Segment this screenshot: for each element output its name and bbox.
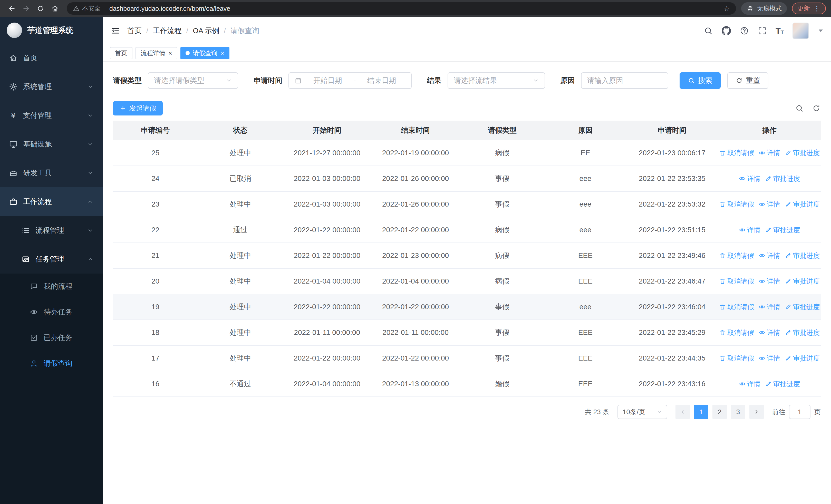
- breadcrumb-item[interactable]: 首页: [127, 26, 142, 36]
- detail-link[interactable]: 详情: [758, 200, 780, 209]
- sidebar-item-label: 已办任务: [44, 333, 93, 343]
- edit-icon: [765, 381, 772, 387]
- leave-type-select[interactable]: 请选择请假类型: [148, 72, 238, 89]
- browser-refresh-button[interactable]: [34, 2, 47, 15]
- tab-process-detail[interactable]: 流程详情 ×: [136, 47, 177, 59]
- font-size-icon[interactable]: TT: [776, 27, 784, 35]
- bookmark-star-icon[interactable]: ☆: [723, 4, 730, 13]
- cell-operations: 取消请假 详情: [718, 140, 821, 166]
- sidebar-item-task-management[interactable]: 任务管理: [0, 245, 103, 273]
- browser-forward-button[interactable]: [20, 2, 33, 15]
- page-size-select[interactable]: 10条/页: [618, 405, 667, 419]
- result-select[interactable]: 请选择流结果: [448, 72, 545, 89]
- approval-progress-link[interactable]: 审批进度: [765, 174, 800, 183]
- cell-reason: EE: [545, 140, 626, 166]
- detail-link[interactable]: 详情: [739, 174, 761, 183]
- sidebar-item-done-tasks[interactable]: 已办任务: [0, 325, 103, 351]
- tab-leave-query[interactable]: 请假查询 ×: [180, 47, 229, 59]
- sidebar-item-leave-query[interactable]: 请假查询: [0, 351, 103, 376]
- cancel-leave-link[interactable]: 取消请假: [719, 251, 754, 260]
- page-button-2[interactable]: 2: [712, 405, 727, 419]
- cell-end-time: 2022-01-19 00:00:00: [371, 140, 460, 166]
- search-button-label: 搜索: [698, 76, 712, 85]
- approval-progress-link[interactable]: 审批进度: [785, 200, 820, 209]
- security-chip[interactable]: 不安全: [73, 4, 101, 12]
- search-toggle-icon[interactable]: [795, 104, 804, 113]
- search-icon[interactable]: [704, 26, 713, 35]
- cancel-leave-link[interactable]: 取消请假: [719, 148, 754, 157]
- sidebar-item-system[interactable]: 系统管理: [0, 72, 103, 101]
- date-range-picker[interactable]: 开始日期 - 结束日期: [288, 72, 412, 89]
- cancel-leave-link[interactable]: 取消请假: [719, 328, 754, 337]
- cell-end-time: 2022-01-26 00:00:00: [371, 166, 460, 191]
- pager: 1 2 3: [676, 405, 764, 419]
- detail-link[interactable]: 详情: [758, 251, 780, 260]
- cancel-leave-link[interactable]: 取消请假: [719, 277, 754, 286]
- refresh-table-icon[interactable]: [812, 104, 821, 113]
- trash-icon: [719, 150, 726, 156]
- detail-link[interactable]: 详情: [739, 226, 761, 235]
- prev-page-button[interactable]: [676, 405, 690, 419]
- help-icon[interactable]: [740, 26, 749, 35]
- sidebar-item-infrastructure[interactable]: 基础设施: [0, 130, 103, 158]
- browser-menu-icon[interactable]: ⋮: [813, 5, 820, 12]
- cell-end-time: 2022-01-22 00:00:00: [371, 294, 460, 320]
- cell-leave-type: 事假: [460, 294, 545, 320]
- approval-progress-link[interactable]: 审批进度: [765, 226, 800, 235]
- page-button-1[interactable]: 1: [694, 405, 708, 419]
- detail-link[interactable]: 详情: [758, 354, 780, 363]
- fullscreen-icon[interactable]: [757, 26, 767, 35]
- approval-progress-link[interactable]: 审批进度: [785, 328, 820, 337]
- breadcrumb: 首页 / 工作流程 / OA 示例 / 请假查询: [127, 26, 259, 36]
- browser-home-button[interactable]: [48, 2, 62, 15]
- edit-icon: [785, 304, 792, 310]
- approval-progress-link[interactable]: 审批进度: [785, 251, 820, 260]
- reset-button[interactable]: 重置: [727, 72, 768, 89]
- tab-home[interactable]: 首页: [110, 47, 133, 59]
- cell-status: 处理中: [198, 191, 283, 217]
- close-icon[interactable]: ×: [221, 50, 224, 56]
- cancel-leave-label: 取消请假: [727, 277, 754, 286]
- sidebar-item-process-management[interactable]: 流程管理: [0, 216, 103, 245]
- browser-back-button[interactable]: [5, 2, 19, 15]
- detail-link[interactable]: 详情: [758, 328, 780, 337]
- sidebar-item-payment[interactable]: ¥ 支付管理: [0, 101, 103, 130]
- breadcrumb-item[interactable]: 工作流程: [153, 26, 182, 36]
- detail-link[interactable]: 详情: [758, 302, 780, 312]
- breadcrumb-item[interactable]: OA 示例: [193, 26, 220, 36]
- sidebar-item-todo-tasks[interactable]: 待办任务: [0, 299, 103, 325]
- create-leave-button[interactable]: 发起请假: [113, 101, 163, 116]
- cancel-leave-link[interactable]: 取消请假: [719, 354, 754, 363]
- menu-fold-icon[interactable]: [111, 26, 120, 35]
- cancel-leave-link[interactable]: 取消请假: [719, 200, 754, 209]
- cell-apply-time: 2022-01-22 23:43:16: [626, 371, 718, 397]
- start-date-placeholder: 开始日期: [304, 76, 351, 85]
- sidebar-item-my-process[interactable]: 我的流程: [0, 273, 103, 299]
- incognito-badge: 无痕模式: [741, 2, 787, 14]
- avatar[interactable]: [793, 23, 809, 39]
- detail-link[interactable]: 详情: [758, 277, 780, 286]
- goto-page-input[interactable]: [789, 405, 810, 419]
- detail-link[interactable]: 详情: [758, 148, 780, 157]
- sidebar-item-workflow[interactable]: 工作流程: [0, 187, 103, 216]
- approval-progress-link[interactable]: 审批进度: [785, 277, 820, 286]
- approval-progress-link[interactable]: 审批进度: [785, 148, 820, 157]
- close-icon[interactable]: ×: [168, 50, 172, 56]
- sidebar-item-devtools[interactable]: 研发工具: [0, 158, 103, 187]
- next-page-button[interactable]: [749, 405, 764, 419]
- github-icon[interactable]: [722, 26, 731, 35]
- approval-progress-link[interactable]: 审批进度: [785, 302, 820, 312]
- search-button[interactable]: 搜索: [680, 72, 721, 89]
- approval-progress-link[interactable]: 审批进度: [765, 380, 800, 388]
- detail-label: 详情: [747, 380, 761, 388]
- approval-progress-link[interactable]: 审批进度: [785, 354, 820, 363]
- address-bar[interactable]: 不安全 dashboard.yudao.iocoder.cn/bpm/oa/le…: [67, 2, 736, 14]
- detail-link[interactable]: 详情: [739, 380, 761, 388]
- sidebar-item-home[interactable]: 首页: [0, 43, 103, 72]
- cell-operations: 取消请假 详情: [718, 191, 821, 217]
- reason-input[interactable]: [581, 72, 668, 89]
- browser-update-chip[interactable]: 更新 ⋮: [792, 3, 826, 14]
- result-label: 结果: [427, 76, 441, 85]
- cancel-leave-link[interactable]: 取消请假: [719, 302, 754, 312]
- page-button-3[interactable]: 3: [731, 405, 745, 419]
